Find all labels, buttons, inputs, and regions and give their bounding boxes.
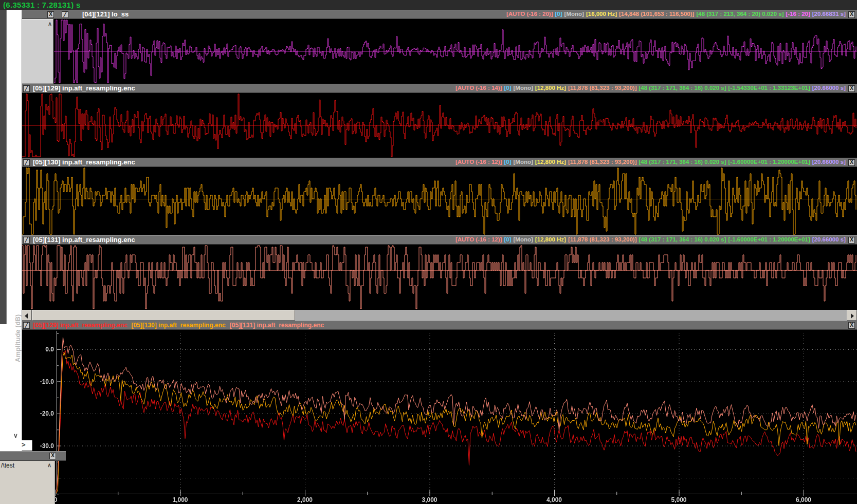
scroll-right-button[interactable] xyxy=(847,310,857,321)
waveform-header-2: ╱ [05][129] inp.aft_resampling.enc [AUTO… xyxy=(22,84,857,93)
header-info-segment: [12,800 Hz] xyxy=(535,236,566,242)
header-info-segment: [11,878 (81,323 : 93,200)] xyxy=(568,236,637,242)
header-info-segment: [48 (317 : 171, 364 : 16) 0.020 s] xyxy=(639,85,726,91)
scrollbar-thumb[interactable] xyxy=(32,310,295,321)
x-tick-label: 4,000 xyxy=(546,496,562,503)
header-info-segment: [-16 : 20] xyxy=(786,11,810,17)
horizontal-scrollbar[interactable] xyxy=(22,310,857,321)
spectrum-tool-icon[interactable]: ╱ xyxy=(23,322,30,329)
header-info-segment: [Mono] xyxy=(513,236,533,242)
header-info-segment: [0] xyxy=(504,85,511,91)
waveform-header-3: ╱ [05][130] inp.aft_resampling.enc [AUTO… xyxy=(22,158,857,167)
x-tick-label: 2,000 xyxy=(297,496,313,503)
spectrum-series-label: [05][130] inp.aft_resampling.enc xyxy=(131,322,225,329)
x-tick-label: 6,000 xyxy=(796,496,811,503)
waveform-display-2[interactable] xyxy=(22,93,857,158)
waveform-tool-icon[interactable]: ╱ xyxy=(23,159,30,166)
header-info-segment: [AUTO (-16 : 20)] xyxy=(506,11,553,17)
x-tick-label: 1,000 xyxy=(172,496,188,503)
close-icon[interactable]: X xyxy=(49,453,56,459)
close-icon[interactable]: X xyxy=(848,85,855,92)
waveform-title-3: [05][130] inp.aft_resampling.enc xyxy=(33,158,135,166)
expand-right-icon[interactable]: > xyxy=(22,441,26,449)
spectrum-series-label: [05][129] inp.aft_resampling.enc xyxy=(33,322,127,329)
x-tick-label: 5,000 xyxy=(671,496,686,503)
waveform-display-1[interactable] xyxy=(54,19,857,84)
spectrum-series-label: [05][131] inp.aft_resampling.enc xyxy=(230,322,324,329)
header-info-segment: [AUTO (-16 : 12)] xyxy=(455,236,502,242)
spectrum-header: ╱ [05][129] inp.aft_resampling.enc[05][1… xyxy=(22,321,857,330)
header-info-segment: [0] xyxy=(504,159,511,165)
waveform-header-4: ╱ [05][131] inp.aft_resampling.enc [AUTO… xyxy=(22,235,857,245)
header-info-segment: [11,878 (81,323 : 93,200)] xyxy=(568,159,637,165)
y-tick-label: 0.0 xyxy=(23,346,54,353)
waveform-title-1: [04][121] lo_ss xyxy=(82,10,129,18)
right-arrow-icon xyxy=(851,313,854,319)
header-info-segment: [48 (317 : 171, 364 : 16) 0.020 s] xyxy=(639,236,726,242)
header-info-segment: [11,878 (81,323 : 93,200)] xyxy=(568,85,637,91)
header-info-segment: [Mono] xyxy=(513,85,533,91)
close-icon[interactable]: X xyxy=(848,322,855,329)
header-info-segment: [-1.60000E+01 : 1.20000E+01] xyxy=(728,159,810,165)
header-info-segment: [-1.54330E+01 : 1.33123E+01] xyxy=(728,85,810,91)
header-info-segment: [20.66000 s] xyxy=(812,85,846,91)
header-info-segment: [0] xyxy=(555,11,562,17)
close-icon[interactable]: X xyxy=(47,11,54,18)
waveform-header-1: X ╱ [04][121] lo_ss [AUTO (-16 : 20)][0]… xyxy=(0,10,857,19)
waveform-info-1: [AUTO (-16 : 20)][0][Mono][16,000 Hz][14… xyxy=(504,11,846,17)
header-info-segment: [0] xyxy=(504,236,511,242)
close-icon[interactable]: X xyxy=(848,237,855,244)
header-info-segment: [48 (317 : 213, 364 : 20) 0.020 s] xyxy=(696,11,783,17)
waveform-title-2: [05][129] inp.aft_resampling.enc xyxy=(33,84,135,92)
y-tick-label: -20.0 xyxy=(23,410,54,417)
spectrum-series-labels: [05][129] inp.aft_resampling.enc[05][130… xyxy=(33,322,328,329)
waveform-tool-icon[interactable]: ╱ xyxy=(23,237,30,244)
sidebar-expander-row: > xyxy=(0,440,32,451)
waveform-info-3: [AUTO (-16 : 12)][0][Mono][12,800 Hz][11… xyxy=(453,159,846,165)
close-icon[interactable]: X xyxy=(848,159,855,166)
header-info-segment: [Mono] xyxy=(513,159,533,165)
waveform-tool-icon[interactable]: ╱ xyxy=(23,85,30,92)
scroll-up-icon[interactable]: ∧ xyxy=(48,21,52,27)
waveform-title-4: [05][131] inp.aft_resampling.enc xyxy=(33,236,135,244)
file-sidebar[interactable] xyxy=(0,10,22,504)
dock-panel-label[interactable]: /\test xyxy=(1,462,14,469)
scroll-left-button[interactable] xyxy=(22,310,32,321)
y-axis-title: Amplitude (dB) xyxy=(14,275,22,362)
waveform-display-3[interactable] xyxy=(22,167,857,235)
close-icon[interactable]: X xyxy=(848,11,855,18)
dock-panel-titlebar: X xyxy=(0,451,66,461)
scroll-down-icon[interactable]: ∨ xyxy=(13,432,18,439)
header-info-segment: [AUTO (-16 : 14)] xyxy=(455,85,502,91)
dock-panel: /\test ∧ xyxy=(0,461,55,504)
waveform-info-2: [AUTO (-16 : 14)][0][Mono][12,800 Hz][11… xyxy=(453,85,846,91)
header-info-segment: [20.66000 s] xyxy=(812,159,846,165)
header-info-segment: [Mono] xyxy=(564,11,584,17)
audio-analysis-workspace: (6.35331 : 7.28131) s X ╱ [04][121] lo_s… xyxy=(0,0,857,504)
header-info-segment: [12,800 Hz] xyxy=(535,159,566,165)
header-info-segment: [20.66831 s] xyxy=(812,11,846,17)
waveform-tool-icon[interactable]: ╱ xyxy=(62,11,68,18)
header-info-segment: [48 (317 : 171, 364 : 16) 0.020 s] xyxy=(639,159,726,165)
sidebar-rail xyxy=(0,10,7,324)
header-info-segment: [12,800 Hz] xyxy=(535,85,566,91)
x-tick-label: 3,000 xyxy=(422,496,437,503)
selection-range-label: (6.35331 : 7.28131) s xyxy=(3,1,81,9)
collapse-up-icon[interactable]: ∧ xyxy=(47,462,51,469)
header-info-segment: [14,848 (101,653 : 116,500)] xyxy=(619,11,694,17)
spectrum-plot[interactable] xyxy=(22,330,857,504)
header-info-segment: [-1.60000E+01 : 1.20000E+01] xyxy=(728,236,810,242)
header-info-segment: [20.66000 s] xyxy=(812,236,846,242)
waveform-info-4: [AUTO (-16 : 12)][0][Mono][12,800 Hz][11… xyxy=(453,236,846,242)
top-status-bar: (6.35331 : 7.28131) s xyxy=(0,0,857,10)
y-tick-label: -10.0 xyxy=(23,378,54,385)
header-info-segment: [16,000 Hz] xyxy=(586,11,617,17)
vertical-scrollbar[interactable]: ∧ xyxy=(22,19,53,84)
header-info-segment: [AUTO (-16 : 12)] xyxy=(455,159,502,165)
waveform-display-4[interactable] xyxy=(22,245,857,310)
left-arrow-icon xyxy=(25,313,28,319)
